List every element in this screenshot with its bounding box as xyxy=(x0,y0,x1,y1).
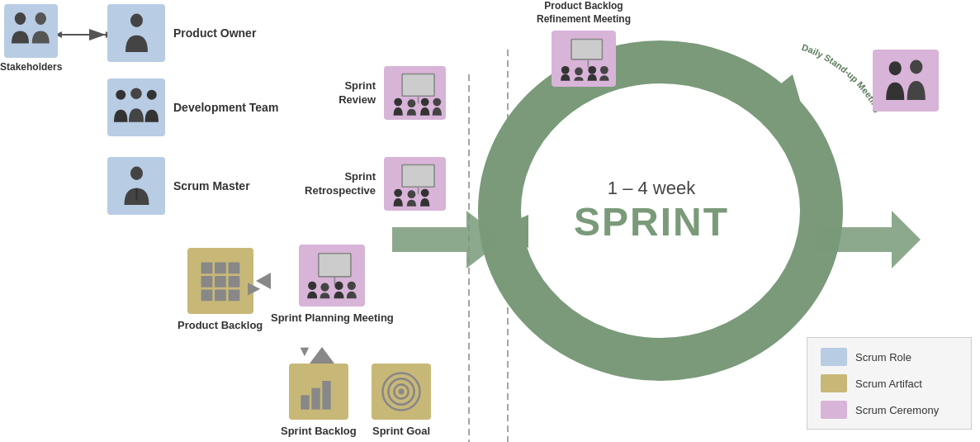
svg-point-16 xyxy=(35,12,46,25)
svg-point-28 xyxy=(421,97,429,106)
sprint-retrospective-item: SprintRetrospective xyxy=(285,157,446,211)
svg-rect-52 xyxy=(301,395,309,409)
product-owner-label: Product Owner xyxy=(173,26,256,40)
svg-point-20 xyxy=(147,89,157,99)
svg-rect-42 xyxy=(201,289,213,301)
legend-ceremony-color xyxy=(821,401,847,419)
svg-point-34 xyxy=(408,190,416,198)
sprint-planning-item: Sprint Planning Meeting xyxy=(271,245,394,326)
svg-point-58 xyxy=(399,389,405,395)
svg-rect-40 xyxy=(215,276,226,288)
sprint-planning-label: Sprint Planning Meeting xyxy=(271,311,394,326)
svg-point-49 xyxy=(321,283,329,291)
sprint-review-icon xyxy=(384,66,446,120)
legend: Scrum Role Scrum Artifact Scrum Ceremony xyxy=(807,337,972,430)
refinement-meeting-label: Product BacklogRefinement Meeting xyxy=(537,0,631,26)
svg-point-27 xyxy=(408,99,416,107)
daily-standup-icon xyxy=(873,50,939,112)
svg-rect-53 xyxy=(311,388,320,410)
scrum-master-item: Scrum Master xyxy=(107,157,250,215)
sprint-backlog-label: Sprint Backlog xyxy=(281,425,357,439)
legend-artifact-label: Scrum Artifact xyxy=(855,378,922,390)
sp-to-sb-arrow: ▼ xyxy=(297,343,312,360)
svg-rect-38 xyxy=(229,262,240,273)
svg-rect-43 xyxy=(215,289,226,301)
development-team-item: Development Team xyxy=(107,78,278,136)
svg-rect-24 xyxy=(403,74,433,95)
svg-point-62 xyxy=(561,66,569,74)
refinement-meeting-icon xyxy=(552,31,616,87)
sprint-backlog-item: Sprint Backlog xyxy=(281,364,357,439)
svg-point-48 xyxy=(308,282,316,290)
svg-rect-37 xyxy=(215,262,226,273)
legend-role-color xyxy=(821,348,847,366)
sprint-backlog-icon xyxy=(289,364,348,420)
legend-ceremony-item: Scrum Ceremony xyxy=(821,401,958,419)
svg-marker-68 xyxy=(392,211,504,269)
sprint-goal-item: Sprint Goal xyxy=(372,364,431,439)
svg-point-19 xyxy=(130,88,142,99)
legend-role-label: Scrum Role xyxy=(855,351,911,364)
product-backlog-icon xyxy=(187,248,253,314)
svg-rect-54 xyxy=(322,381,330,410)
sprint-duration: 1 – 4 week xyxy=(574,178,729,199)
svg-point-64 xyxy=(588,66,596,74)
svg-point-29 xyxy=(433,97,441,106)
svg-point-17 xyxy=(130,13,143,27)
product-owner-item: Product Owner xyxy=(107,4,256,62)
svg-point-35 xyxy=(421,188,429,197)
svg-marker-6 xyxy=(772,74,801,103)
stakeholders-section: Stakeholders xyxy=(0,4,62,73)
sprint-retrospective-label: SprintRetrospective xyxy=(285,170,376,198)
svg-rect-44 xyxy=(229,289,240,301)
svg-point-65 xyxy=(600,66,608,74)
svg-rect-60 xyxy=(571,40,601,59)
sprint-label-container: 1 – 4 week SPRINT xyxy=(574,178,729,245)
product-backlog-label: Product Backlog xyxy=(178,319,263,333)
refinement-meeting-item: Product BacklogRefinement Meeting xyxy=(537,0,631,87)
sprint-goal-label: Sprint Goal xyxy=(372,425,430,439)
legend-artifact-color xyxy=(821,374,847,392)
stakeholders-label: Stakeholders xyxy=(0,61,62,73)
development-team-icon xyxy=(107,78,165,136)
svg-marker-4 xyxy=(310,347,334,364)
svg-marker-69 xyxy=(817,211,921,269)
scrum-master-icon xyxy=(107,157,165,215)
legend-role-item: Scrum Role xyxy=(821,348,958,366)
svg-rect-39 xyxy=(201,276,213,288)
svg-point-51 xyxy=(348,282,356,290)
svg-rect-31 xyxy=(403,165,433,186)
sprint-review-item: SprintReview xyxy=(305,66,446,120)
stakeholders-icon xyxy=(4,4,58,58)
legend-artifact-item: Scrum Artifact xyxy=(821,374,958,392)
svg-text:Daily Stand-up Meeting: Daily Stand-up Meeting xyxy=(801,42,884,114)
development-team-label: Development Team xyxy=(173,100,278,115)
pb-to-sp-arrow: ▶ xyxy=(248,278,260,297)
sprint-goal-icon xyxy=(372,364,431,420)
svg-rect-46 xyxy=(320,254,350,276)
sprint-retrospective-icon xyxy=(384,157,446,211)
svg-rect-36 xyxy=(201,262,213,273)
svg-point-67 xyxy=(910,59,922,74)
scrum-master-label: Scrum Master xyxy=(173,178,250,193)
svg-point-66 xyxy=(889,61,902,75)
sprint-planning-icon xyxy=(299,245,365,307)
svg-point-33 xyxy=(394,188,402,197)
sprint-review-label: SprintReview xyxy=(305,79,376,107)
svg-point-21 xyxy=(130,166,143,180)
svg-point-50 xyxy=(335,282,343,290)
product-owner-icon xyxy=(107,4,165,62)
svg-point-15 xyxy=(14,12,26,25)
daily-standup-item xyxy=(873,50,939,112)
svg-point-18 xyxy=(116,89,125,99)
sprint-word: SPRINT xyxy=(574,199,729,245)
svg-point-63 xyxy=(575,68,583,76)
svg-rect-41 xyxy=(229,276,240,288)
scrum-diagram: Daily Stand-up Meeting Stakeholders Prod… xyxy=(0,0,980,442)
legend-ceremony-label: Scrum Ceremony xyxy=(855,404,939,416)
svg-point-26 xyxy=(394,97,402,106)
